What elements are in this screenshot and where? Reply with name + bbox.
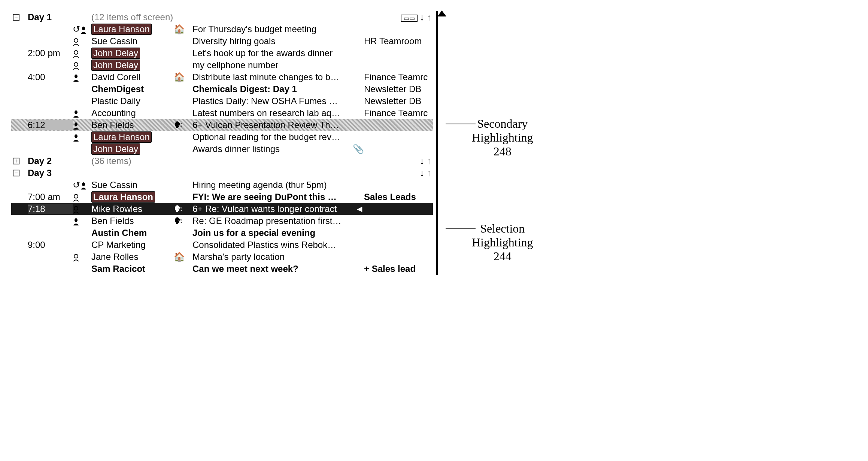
thread-icon: 🗣: [174, 204, 183, 214]
message-row[interactable]: 9:00CP MarketingConsolidated Plastics wi…: [11, 239, 433, 251]
message-sender: Jane Rolles: [91, 252, 174, 262]
message-row[interactable]: John Delaymy cellphone number: [11, 59, 433, 71]
message-subject: Hiring meeting agenda (thur 5pm): [192, 180, 342, 190]
day-controls: ▭▭ ↓ ↑: [364, 12, 431, 22]
message-subject: my cellphone number: [192, 60, 342, 70]
svg-point-5: [75, 110, 78, 114]
keyboard-icon[interactable]: ▭▭: [401, 15, 418, 22]
message-subject: Diversity hiring goals: [192, 36, 342, 46]
message-folder: HR Teamroom: [364, 36, 431, 46]
person-outline-icon: [73, 206, 79, 213]
arrow-down-icon[interactable]: ↓: [420, 156, 424, 166]
message-sender: John Delay: [91, 143, 174, 155]
message-row[interactable]: 6:12Ben Fields🗣6+ Vulcan Presentation Re…: [11, 119, 433, 131]
message-row[interactable]: AccountingLatest numbers on research lab…: [11, 107, 433, 119]
message-subject: 6+ Vulcan Presentation Review Thur at 4p…: [192, 120, 342, 130]
message-row[interactable]: Sam RacicotCan we meet next week?+ Sales…: [11, 263, 433, 275]
message-time: 6:12: [28, 120, 73, 130]
day-controls: ↓ ↑: [364, 156, 431, 166]
person-solid-icon: [80, 26, 87, 34]
forward-icon: 🏠: [174, 72, 185, 82]
annotation-selection: Selection Highlighting 244: [472, 222, 533, 263]
day-header[interactable]: −Day 1(12 items off screen)▭▭ ↓ ↑: [11, 11, 433, 23]
day-meta: (36 items): [91, 156, 192, 166]
person-solid-icon: [73, 122, 79, 130]
arrow-up-icon[interactable]: ↑: [427, 168, 431, 178]
message-row[interactable]: Laura HansonOptional reading for the bud…: [11, 131, 433, 143]
svg-point-12: [74, 254, 78, 258]
thread-icon: 🗣: [174, 216, 183, 226]
annotation-text: Secondary: [472, 117, 533, 131]
message-row[interactable]: Sue CassinDiversity hiring goalsHR Teamr…: [11, 35, 433, 47]
annotation-secondary: Secondary Highlighting 248: [472, 117, 533, 158]
person-outline-icon: [73, 38, 79, 46]
message-row[interactable]: 7:18Mike Rowles🗣6+ Re: Vulcan wants long…: [11, 203, 433, 215]
message-folder: Finance Teamrc: [364, 108, 431, 118]
message-row[interactable]: ↺Sue CassinHiring meeting agenda (thur 5…: [11, 179, 433, 191]
message-row[interactable]: Ben Fields🗣Re: GE Roadmap presentation f…: [11, 215, 433, 227]
svg-point-2: [74, 51, 78, 54]
message-sender: Mike Rowles: [91, 204, 174, 214]
svg-point-6: [75, 122, 78, 126]
person-solid-icon: [73, 110, 79, 118]
annotation-text: Selection: [472, 222, 533, 236]
svg-point-7: [75, 134, 78, 138]
message-row[interactable]: Jane Rolles🏠Marsha's party location: [11, 251, 433, 263]
reply-flag-icon: ↺: [73, 180, 80, 190]
annotation-text: Highlighting: [472, 236, 533, 249]
person-outline-icon: [73, 254, 79, 261]
thread-icon: 🗣: [174, 120, 183, 130]
arrow-up-icon[interactable]: ↑: [427, 12, 431, 22]
day-controls: ↓ ↑: [364, 168, 431, 178]
svg-point-9: [74, 194, 78, 198]
message-folder: + Sales lead: [364, 264, 431, 274]
svg-point-10: [74, 206, 78, 210]
message-time: 2:00 pm: [28, 48, 73, 58]
day-header[interactable]: +Day 2(36 items)↓ ↑: [11, 155, 433, 167]
message-subject: Consolidated Plastics wins RebokMP3 cont…: [192, 240, 342, 250]
message-row[interactable]: 2:00 pmJohn DelayLet's hook up for the a…: [11, 47, 433, 59]
day-title: Day 2: [28, 156, 73, 166]
person-solid-icon: [73, 134, 79, 142]
message-row[interactable]: Plastic DailyPlastics Daily: New OSHA Fu…: [11, 95, 433, 107]
message-subject: Plastics Daily: New OSHA Fumes Rule has …: [192, 96, 342, 106]
arrow-up-icon[interactable]: ↑: [427, 156, 431, 166]
forward-icon: 🏠: [174, 252, 185, 262]
message-subject: Let's hook up for the awards dinner: [192, 48, 342, 58]
message-subject: FYI: We are seeing DuPont this week: [192, 192, 342, 202]
arrow-down-icon[interactable]: ↓: [420, 168, 424, 178]
message-sender: Austin Chem: [91, 228, 174, 238]
reply-flag-icon: ↺: [73, 24, 80, 34]
annotation-text: 248: [472, 145, 533, 158]
message-row[interactable]: John DelayAwards dinner listings📎: [11, 143, 433, 155]
annotation-text: 244: [472, 249, 533, 263]
collapse-minus-icon[interactable]: −: [13, 14, 19, 21]
message-sender: Plastic Daily: [91, 96, 174, 106]
arrow-down-icon[interactable]: ↓: [420, 12, 424, 22]
message-time: 7:00 am: [28, 192, 73, 202]
message-subject: Awards dinner listings: [192, 144, 342, 154]
annotation-text: Highlighting: [472, 131, 533, 145]
message-folder: Finance Teamrc: [364, 72, 431, 82]
message-sender: John Delay: [91, 48, 174, 59]
day-header[interactable]: −Day 3↓ ↑: [11, 167, 433, 179]
message-subject: Chemicals Digest: Day 1: [192, 84, 342, 94]
message-time: 9:00: [28, 240, 73, 250]
message-subject: For Thursday's budget meeting: [192, 24, 342, 34]
message-row[interactable]: ChemDigestChemicals Digest: Day 1Newslet…: [11, 83, 433, 95]
person-solid-icon: [73, 74, 79, 82]
message-sender: Sam Racicot: [91, 264, 174, 274]
message-row[interactable]: 7:00 amLaura HansonFYI: We are seeing Du…: [11, 191, 433, 203]
message-row[interactable]: 4:00David Corell🏠Distribute last minute …: [11, 71, 433, 83]
message-row[interactable]: ↺Laura Hanson🏠For Thursday's budget meet…: [11, 23, 433, 35]
message-folder: Newsletter DB: [364, 96, 431, 106]
message-folder: Newsletter DB: [364, 84, 431, 94]
message-sender: CP Marketing: [91, 240, 174, 250]
message-row[interactable]: Austin ChemJoin us for a special evening: [11, 227, 433, 239]
day-title: Day 1: [28, 12, 73, 22]
message-sender: John Delay: [91, 60, 174, 71]
scroll-up-triangle[interactable]: [437, 10, 446, 16]
expand-plus-icon[interactable]: +: [13, 158, 19, 164]
collapse-minus-icon[interactable]: −: [13, 170, 19, 176]
message-sender: David Corell: [91, 72, 174, 82]
